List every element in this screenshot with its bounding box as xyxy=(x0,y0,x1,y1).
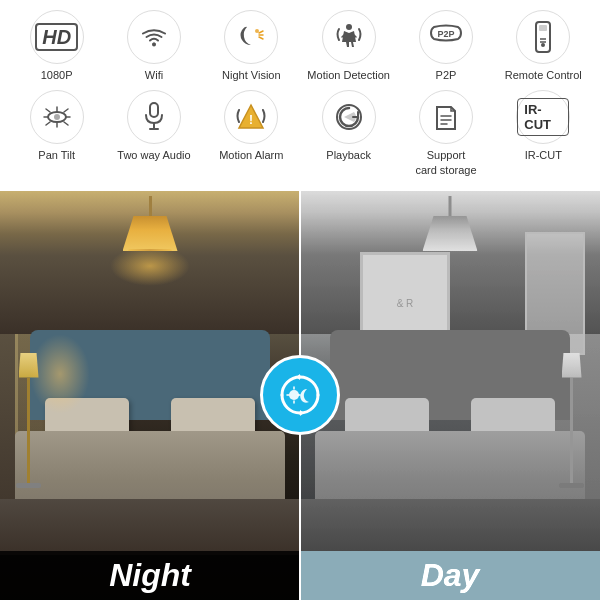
svg-text:!: ! xyxy=(249,113,253,127)
support-card-label: Support card storage xyxy=(415,148,476,177)
night-lamp xyxy=(6,353,51,488)
playback-label: Playback xyxy=(326,148,371,162)
feature-ir-cut: IR-CUT IR-CUT xyxy=(499,90,587,162)
playback-icon xyxy=(322,90,376,144)
remote-control-icon xyxy=(516,10,570,64)
svg-text:P2P: P2P xyxy=(437,29,454,39)
two-way-audio-label: Two way Audio xyxy=(117,148,190,162)
p2p-label: P2P xyxy=(436,68,457,82)
pan-tilt-icon xyxy=(30,90,84,144)
wifi-icon xyxy=(127,10,181,64)
night-rug xyxy=(0,499,300,555)
feature-motion-detection: Motion Detection xyxy=(305,10,393,82)
svg-point-1 xyxy=(255,29,259,33)
feature-night-vision: Night Vision xyxy=(207,10,295,82)
day-chandelier xyxy=(423,196,478,251)
svg-point-2 xyxy=(346,24,352,30)
feature-motion-alarm: ! Motion Alarm xyxy=(207,90,295,162)
two-way-audio-icon xyxy=(127,90,181,144)
svg-rect-5 xyxy=(539,25,547,31)
ir-cut-icon: IR-CUT xyxy=(516,90,570,144)
pan-tilt-label: Pan Tilt xyxy=(38,148,75,162)
p2p-icon: P2P xyxy=(419,10,473,64)
support-card-icon xyxy=(419,90,473,144)
main-container: HD 1080P Wifi xyxy=(0,0,600,600)
motion-detection-label: Motion Detection xyxy=(307,68,390,82)
ir-cut-label: IR-CUT xyxy=(525,148,562,162)
hd-label: 1080P xyxy=(41,68,73,82)
svg-point-10 xyxy=(54,114,60,120)
feature-hd: HD 1080P xyxy=(13,10,101,82)
night-vision-label: Night Vision xyxy=(222,68,281,82)
day-lamp xyxy=(549,353,594,488)
feature-row-2: Pan Tilt Two way Audio ! xyxy=(8,90,592,177)
night-vision-icon xyxy=(224,10,278,64)
night-side: Night xyxy=(0,191,300,600)
night-bed-area xyxy=(0,330,300,555)
feature-playback: Playback xyxy=(305,90,393,162)
features-section: HD 1080P Wifi xyxy=(0,0,600,191)
feature-wifi: Wifi xyxy=(110,10,198,82)
wifi-label: Wifi xyxy=(145,68,163,82)
day-night-switch-icon xyxy=(260,355,340,435)
hd-icon: HD xyxy=(30,10,84,64)
day-rug xyxy=(300,499,600,555)
svg-rect-11 xyxy=(150,103,158,117)
feature-pan-tilt: Pan Tilt xyxy=(13,90,101,162)
day-bed-area xyxy=(300,330,600,555)
day-night-section: Night & R xyxy=(0,191,600,600)
night-label: Night xyxy=(0,551,300,600)
svg-point-6 xyxy=(541,43,545,47)
remote-control-label: Remote Control xyxy=(505,68,582,82)
feature-remote-control: Remote Control xyxy=(499,10,587,82)
feature-support-card: Support card storage xyxy=(402,90,490,177)
feature-two-way-audio: Two way Audio xyxy=(110,90,198,162)
motion-detection-icon xyxy=(322,10,376,64)
day-label: Day xyxy=(300,551,600,600)
svg-point-0 xyxy=(152,43,156,47)
motion-alarm-icon: ! xyxy=(224,90,278,144)
night-chandelier xyxy=(110,196,190,286)
feature-row-1: HD 1080P Wifi xyxy=(8,10,592,82)
day-side: & R Day xyxy=(300,191,600,600)
feature-p2p: P2P P2P xyxy=(402,10,490,82)
motion-alarm-label: Motion Alarm xyxy=(219,148,283,162)
